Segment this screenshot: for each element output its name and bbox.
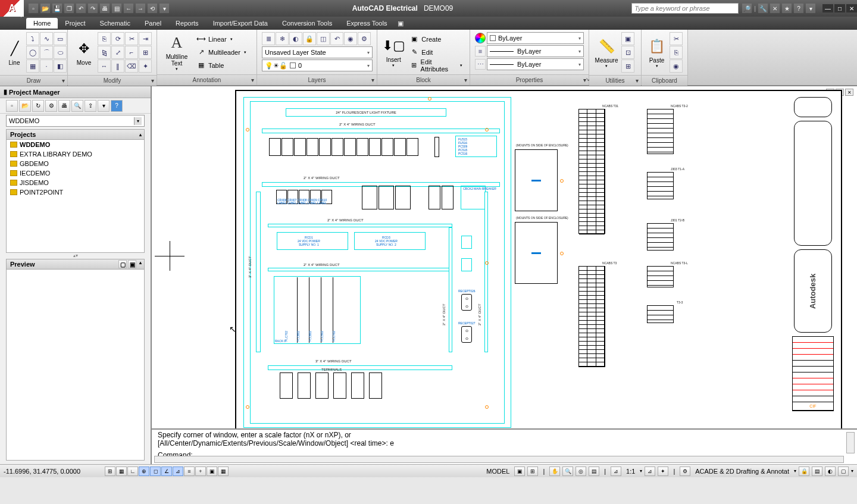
panel-label-draw[interactable]: Draw ▾ <box>0 75 67 86</box>
measure-button[interactable]: 📏 Measure ▾ <box>594 33 619 72</box>
clean-icon[interactable]: ▢ <box>838 467 849 476</box>
layer-props-icon[interactable]: ≣ <box>262 32 275 45</box>
lineweight-combo[interactable]: ByLayer <box>487 45 584 57</box>
layer-prev-icon[interactable]: ↶ <box>330 32 343 45</box>
close-button[interactable]: ✕ <box>846 4 857 12</box>
rect-icon[interactable]: ▭ <box>54 32 67 45</box>
qat-saveall-icon[interactable]: ❐ <box>64 4 74 13</box>
explode-icon[interactable]: ✦ <box>139 60 152 73</box>
qat-batch-icon[interactable]: ▤ <box>112 4 121 13</box>
pm-projects-header[interactable]: Projects▴ <box>6 129 145 140</box>
pm-project-item[interactable]: IECDEMO <box>7 168 144 178</box>
layout-quick-icon[interactable]: ▣ <box>514 467 525 476</box>
stretch-icon[interactable]: ↔ <box>98 60 111 73</box>
tab-conversion[interactable]: Conversion Tools <box>275 18 339 29</box>
match-icon[interactable]: ◉ <box>670 60 683 73</box>
pm-splitter[interactable]: ▴▾ <box>0 253 151 259</box>
pm-new-icon[interactable]: ▫ <box>6 100 18 112</box>
tab-express[interactable]: Express Tools <box>339 18 394 29</box>
exchange-icon[interactable]: ✕ <box>770 4 780 13</box>
command-line[interactable]: Specify corner of window, enter a scale … <box>152 428 857 464</box>
mtext-button[interactable]: A Multiline Text ▾ <box>162 33 192 72</box>
layer-freeze-icon[interactable]: ❄ <box>276 32 289 45</box>
grid-toggle[interactable]: ▦ <box>116 467 127 476</box>
zoom-icon[interactable]: 🔍 <box>562 467 573 476</box>
qat-save-icon[interactable]: 💾 <box>52 4 62 13</box>
current-layer-combo[interactable]: 💡 ☀ 🔓 0 <box>262 60 373 71</box>
offset-icon[interactable]: ‖ <box>111 60 124 73</box>
dyn-toggle[interactable]: ⊿ <box>173 467 183 476</box>
panel-label-block[interactable]: Block ▾ <box>377 74 470 85</box>
cmd-vscroll[interactable] <box>846 432 855 453</box>
minimize-button[interactable]: ― <box>822 4 833 12</box>
tab-import-export[interactable]: Import/Export Data <box>206 18 275 29</box>
create-block-button[interactable]: ▣Create <box>407 33 465 45</box>
rotate-icon[interactable]: ⟳ <box>111 32 124 45</box>
erase-icon[interactable]: ⌫ <box>125 60 138 73</box>
steering-icon[interactable]: ◎ <box>575 467 586 476</box>
osnap-toggle[interactable]: ◻ <box>150 467 161 476</box>
help-icon[interactable]: ? <box>794 4 803 13</box>
qselect-icon[interactable]: ⊡ <box>621 46 634 59</box>
isolate-icon[interactable]: ◐ <box>825 467 836 476</box>
tab-project[interactable]: Project <box>58 18 92 29</box>
qat-sync-icon[interactable]: ⟲ <box>148 4 157 13</box>
pm-dd-icon[interactable]: ▾ <box>98 100 110 112</box>
layer-iso-icon[interactable]: ◫ <box>317 32 330 45</box>
polar-toggle[interactable]: ⊕ <box>139 467 149 476</box>
sc-toggle[interactable]: ▣ <box>207 467 217 476</box>
edit-attr-button[interactable]: ⊞Edit Attributes ▾ <box>407 60 465 71</box>
pm-preview-header[interactable]: Preview ▢▣▴ <box>6 259 145 270</box>
qat-dropdown-icon[interactable]: ▾ <box>159 4 169 13</box>
pm-project-combo[interactable]: WDDEMO <box>6 115 145 127</box>
panel-label-annotation[interactable]: Annotation ▾ <box>157 74 257 85</box>
insert-block-button[interactable]: ⬇▢ Insert ▾ <box>382 33 405 72</box>
layer-walk-icon[interactable]: ⚙ <box>358 32 371 45</box>
layout-grid-icon[interactable]: ⊞ <box>527 467 538 476</box>
ribbon-overflow-icon[interactable]: ▣ <box>394 18 407 29</box>
qat-back-icon[interactable]: ← <box>124 4 133 13</box>
pm-settings-icon[interactable]: ⚙ <box>45 100 57 112</box>
snap-toggle[interactable]: ⊞ <box>105 467 115 476</box>
extend-icon[interactable]: ⇥ <box>139 32 152 45</box>
line-tool-button[interactable]: ╱ Line <box>5 33 24 72</box>
fillet-icon[interactable]: ⌐ <box>125 46 138 59</box>
tab-home[interactable]: Home <box>26 18 58 29</box>
layer-match-icon[interactable]: ◉ <box>344 32 357 45</box>
favorite-icon[interactable]: ★ <box>782 4 792 13</box>
color-wheel-icon[interactable] <box>475 33 486 43</box>
app-menu-button[interactable] <box>0 0 24 17</box>
preview-mode2-icon[interactable]: ▣ <box>128 260 136 268</box>
pm-help-icon[interactable]: ? <box>111 100 123 112</box>
layer-off-icon[interactable]: ◐ <box>289 32 302 45</box>
panel-label-utilities[interactable]: Utilities ▾ <box>589 75 641 86</box>
qat-print-icon[interactable]: 🖶 <box>100 4 110 13</box>
panel-label-modify[interactable]: Modify ▾ <box>68 75 157 86</box>
polyline-icon[interactable]: ⤵ <box>26 32 39 45</box>
linear-dim-button[interactable]: ⟷Linear ▾ <box>194 33 249 45</box>
select-icon[interactable]: ▣ <box>621 32 634 45</box>
copy-clip-icon[interactable]: ⎘ <box>670 46 683 59</box>
trim-icon[interactable]: ✂ <box>125 32 138 45</box>
lwt-toggle[interactable]: ≡ <box>184 467 195 476</box>
doc-close-button[interactable]: ✕ <box>845 89 853 96</box>
array-icon[interactable]: ⊞ <box>139 46 152 59</box>
signin-icon[interactable]: 🔧 <box>758 4 768 13</box>
ortho-toggle[interactable]: ∟ <box>127 467 138 476</box>
anno-scale-value[interactable]: 1:1 <box>624 468 637 475</box>
linetype-combo[interactable]: ByLayer <box>487 58 584 70</box>
hardware-icon[interactable]: ▤ <box>812 467 822 476</box>
pm-plot-icon[interactable]: 🖶 <box>58 100 70 112</box>
pm-project-item[interactable]: JISDEMO <box>7 178 144 187</box>
hatch-icon[interactable]: ▦ <box>26 60 39 73</box>
pm-project-item[interactable]: WDDEMO <box>7 140 144 149</box>
paste-button[interactable]: 📋 Paste ▾ <box>646 33 667 72</box>
pm-project-item[interactable]: POINT2POINT <box>7 187 144 197</box>
arc-icon[interactable]: ⌒ <box>40 46 53 59</box>
lineweight-icon[interactable]: ≡ <box>475 46 486 57</box>
workspace-name[interactable]: ACADE & 2D Drafting & Annotat <box>693 468 792 475</box>
showmotion-icon[interactable]: ▤ <box>589 467 599 476</box>
panel-label-layers[interactable]: Layers ▾ <box>257 74 377 85</box>
cut-icon[interactable]: ✂ <box>670 32 683 45</box>
color-combo[interactable]: ByLayer <box>487 32 584 44</box>
